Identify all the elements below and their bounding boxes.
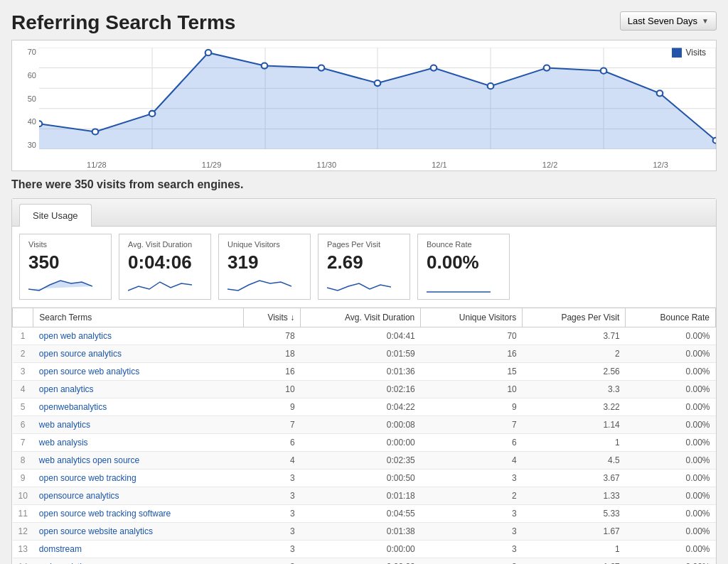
summary-text: There were 350 visits from search engine…: [11, 178, 717, 191]
search-term-link[interactable]: open source analytics: [39, 349, 122, 359]
cell-bounce: 0.00%: [626, 487, 716, 505]
cell-bounce: 0.00%: [626, 381, 716, 398]
cell-term[interactable]: web analysis: [33, 434, 243, 452]
cell-visits: 6: [243, 434, 300, 452]
search-term-link[interactable]: openwebanalytics: [39, 402, 107, 412]
search-term-link[interactable]: web analysis: [39, 438, 88, 448]
search-term-link[interactable]: open source web tracking: [39, 473, 136, 483]
cell-visits: 3: [243, 541, 300, 558]
cell-visits: 3: [243, 487, 300, 505]
cell-avg-duration: 0:00:22: [301, 558, 421, 565]
page-header: Referring Search Terms Last Seven Days ▼: [11, 11, 717, 34]
table-row: 8 web analytics open source 4 0:02:35 4 …: [13, 452, 716, 470]
search-term-link[interactable]: open analytics: [39, 384, 94, 394]
cell-bounce: 0.00%: [626, 345, 716, 363]
cell-ppv: 1.67: [523, 558, 626, 565]
cell-term[interactable]: openwebanalytics: [33, 398, 243, 416]
chevron-down-icon: ▼: [702, 17, 709, 25]
cell-term[interactable]: web analytics open source: [33, 452, 243, 470]
cell-avg-duration: 0:01:18: [301, 487, 421, 505]
cell-rank: 11: [13, 505, 33, 523]
search-term-link[interactable]: open source web analytics: [39, 367, 139, 376]
cell-visits: 10: [243, 381, 300, 398]
metric-avg-duration-label: Avg. Visit Duration: [128, 240, 202, 249]
cell-rank: 13: [13, 541, 33, 558]
svg-point-18: [318, 65, 325, 71]
search-terms-table: Search Terms Visits ↓ Avg. Visit Duratio…: [12, 308, 716, 564]
cell-ppv: 3.71: [523, 327, 626, 345]
cell-term[interactable]: open analytics: [33, 381, 243, 398]
cell-ppv: 3.67: [523, 470, 626, 487]
cell-term[interactable]: web analytic: [33, 558, 243, 565]
col-unique: Unique Visitors: [421, 308, 523, 327]
cell-rank: 10: [13, 487, 33, 505]
svg-point-14: [92, 129, 99, 134]
search-term-link[interactable]: web analytics open source: [39, 455, 139, 465]
cell-term[interactable]: open web analytics: [33, 327, 243, 345]
metric-bounce-sparkline: [427, 276, 500, 293]
svg-point-24: [657, 90, 663, 96]
page-title: Referring Search Terms: [11, 11, 235, 34]
svg-point-20: [431, 65, 437, 71]
search-term-link[interactable]: open source web tracking software: [39, 509, 171, 519]
cell-avg-duration: 0:04:41: [301, 327, 421, 345]
cell-avg-duration: 0:04:55: [301, 505, 421, 523]
cell-unique: 3: [421, 523, 523, 541]
cell-term[interactable]: web analytics: [33, 416, 243, 434]
cell-bounce: 0.00%: [626, 327, 716, 345]
table-row: 2 open source analytics 18 0:01:59 16 2 …: [13, 345, 716, 363]
svg-point-16: [205, 50, 212, 55]
table-row: 14 web analytic 3 0:00:22 3 1.67 0.00%: [13, 558, 716, 565]
svg-point-17: [262, 63, 268, 68]
cell-term[interactable]: open source web tracking: [33, 470, 243, 487]
cell-ppv: 3.22: [523, 398, 626, 416]
cell-visits: 18: [243, 345, 300, 363]
col-ppv: Pages Per Visit: [523, 308, 626, 327]
cell-term[interactable]: open source analytics: [33, 345, 243, 363]
cell-avg-duration: 0:02:16: [301, 381, 421, 398]
x-axis: 11/28 11/29 11/30 12/1 12/2 12/3: [39, 161, 716, 169]
table-body: 1 open web analytics 78 0:04:41 70 3.71 …: [13, 327, 716, 565]
table-row: 13 domstream 3 0:00:00 3 1 0.00%: [13, 541, 716, 558]
cell-unique: 15: [421, 363, 523, 381]
svg-point-19: [375, 80, 381, 86]
cell-term[interactable]: opensource analytics: [33, 487, 243, 505]
cell-unique: 2: [421, 487, 523, 505]
search-term-link[interactable]: open web analytics: [39, 331, 112, 341]
cell-term[interactable]: open source web analytics: [33, 363, 243, 381]
table-row: 6 web analytics 7 0:00:08 7 1.14 0.00%: [13, 416, 716, 434]
cell-term[interactable]: domstream: [33, 541, 243, 558]
cell-visits: 16: [243, 363, 300, 381]
search-term-link[interactable]: open source website analytics: [39, 526, 153, 536]
cell-visits: 3: [243, 470, 300, 487]
svg-point-25: [713, 138, 716, 143]
tab-site-usage[interactable]: Site Usage: [19, 204, 92, 227]
cell-unique: 7: [421, 416, 523, 434]
cell-rank: 5: [13, 398, 33, 416]
cell-visits: 9: [243, 398, 300, 416]
search-term-link[interactable]: opensource analytics: [39, 491, 119, 501]
metric-unique-sparkline: [228, 276, 301, 293]
metric-unique-visitors-label: Unique Visitors: [228, 240, 301, 249]
cell-unique: 10: [421, 381, 523, 398]
cell-bounce: 0.00%: [626, 505, 716, 523]
cell-rank: 7: [13, 434, 33, 452]
metric-pages-per-visit: Pages Per Visit 2.69: [318, 234, 410, 300]
cell-term[interactable]: open source website analytics: [33, 523, 243, 541]
svg-point-15: [149, 111, 156, 116]
cell-term[interactable]: open source web tracking software: [33, 505, 243, 523]
cell-ppv: 1.67: [523, 523, 626, 541]
cell-rank: 2: [13, 345, 33, 363]
search-term-link[interactable]: domstream: [39, 544, 82, 554]
metrics-row: Visits 350 Avg. Visit Duration 0:04:06: [12, 227, 716, 308]
tabs-header: Site Usage: [12, 199, 716, 227]
cell-unique: 3: [421, 505, 523, 523]
cell-visits: 4: [243, 452, 300, 470]
cell-unique: 6: [421, 434, 523, 452]
metric-unique-visitors-value: 319: [228, 251, 301, 273]
date-range-button[interactable]: Last Seven Days ▼: [620, 11, 717, 31]
cell-ppv: 4.5: [523, 452, 626, 470]
cell-bounce: 0.00%: [626, 363, 716, 381]
cell-ppv: 1.33: [523, 487, 626, 505]
search-term-link[interactable]: web analytics: [39, 420, 90, 430]
